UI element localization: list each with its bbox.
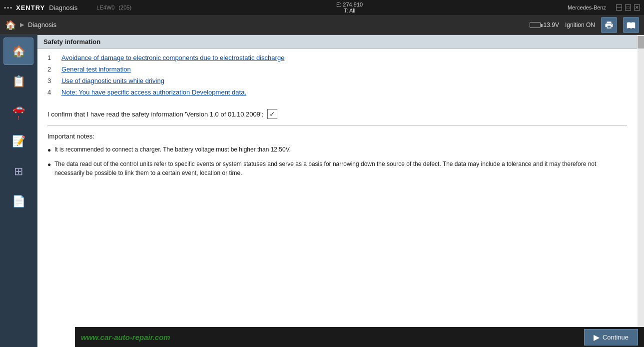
sidebar-item-grid[interactable]: ⊞: [3, 158, 33, 185]
home-sidebar-icon: 🏠: [12, 45, 25, 58]
important-text-2: The data read out of the control units r…: [54, 160, 627, 178]
link-num-2: 2: [47, 66, 56, 73]
continue-label: Continue: [603, 334, 629, 341]
help-button[interactable]: [623, 17, 639, 33]
home-icon[interactable]: 🏠: [5, 20, 16, 30]
maximize-button[interactable]: □: [625, 4, 631, 10]
checkbox-checkmark: ✓: [269, 110, 275, 118]
confirm-row: I confirm that I have read the safety in…: [37, 105, 637, 125]
vehicle-sidebar-icon: 🚗: [12, 102, 25, 114]
battery-icon: [530, 22, 541, 28]
safety-link-1[interactable]: Avoidance of damage to electronic compon…: [61, 54, 284, 62]
grid-sidebar-icon: ⊞: [14, 165, 23, 178]
code-extra: (205): [118, 4, 131, 10]
watermark: www.car-auto-repair.com: [81, 333, 170, 342]
safety-link-row-4: 4 Note: You have specific access authori…: [47, 88, 627, 96]
main-layout: 🏠 📋 🚗 ! 📝 ⊞ 📄 Safety information 1: [0, 35, 644, 347]
print-button[interactable]: [601, 17, 617, 33]
title-bar-right: Mercedes-Benz — □ ✕: [568, 4, 640, 10]
sidebar-item-vehicle[interactable]: 🚗 !: [3, 98, 33, 125]
continue-button[interactable]: ▶ Continue: [584, 329, 638, 346]
important-item-2: ● The data read out of the control units…: [47, 160, 627, 178]
e-value: E: 274.910: [336, 2, 363, 8]
minimize-button[interactable]: —: [616, 4, 622, 10]
title-bar-left: XENTRY Diagnosis LE4W0 (205): [4, 4, 131, 12]
sidebar-item-report[interactable]: 📄: [3, 188, 33, 215]
window-controls[interactable]: — □ ✕: [616, 4, 640, 10]
safety-links: 1 Avoidance of damage to electronic comp…: [37, 49, 637, 105]
confirm-text: I confirm that I have read the safety in…: [47, 110, 263, 118]
content-area: Safety information 1 Avoidance of damage…: [37, 35, 644, 347]
sidebar-item-home[interactable]: 🏠: [3, 38, 33, 65]
important-title: Important notes:: [47, 132, 627, 140]
link-num-3: 3: [47, 77, 56, 84]
battery-info: 13.9V: [530, 22, 559, 28]
safety-link-row-1: 1 Avoidance of damage to electronic comp…: [47, 54, 627, 62]
safety-link-3[interactable]: Use of diagnostic units while driving: [61, 77, 164, 84]
bullet-2: ●: [47, 160, 51, 178]
scrollbar-thumb[interactable]: [638, 36, 644, 48]
menu-icon[interactable]: [4, 7, 12, 8]
title-bar: XENTRY Diagnosis LE4W0 (205) E: 274.910 …: [0, 0, 644, 15]
sidebar: 🏠 📋 🚗 ! 📝 ⊞ 📄: [0, 35, 37, 347]
t-value: T: All: [344, 8, 355, 14]
link-num-1: 1: [47, 54, 56, 62]
continue-arrow-icon: ▶: [594, 332, 600, 342]
toolbar-right: 13.9V Ignition ON: [530, 17, 639, 33]
important-section: Important notes: ● It is recommended to …: [37, 126, 637, 190]
safety-link-4[interactable]: Note: You have specific access authoriza…: [61, 88, 246, 96]
xentry-logo: XENTRY: [16, 4, 45, 12]
sidebar-item-diagnosis[interactable]: 📋: [3, 68, 33, 95]
report-sidebar-icon: 📄: [12, 195, 25, 208]
ignition-status: Ignition ON: [565, 22, 595, 28]
breadcrumb-arrow: ▶: [20, 22, 24, 28]
battery-voltage: 13.9V: [544, 22, 559, 28]
toolbar-left: 🏠 ▶ Diagnosis: [5, 20, 56, 30]
title-bar-center: E: 274.910 T: All: [336, 2, 363, 14]
safety-header: Safety information: [37, 35, 637, 49]
safety-link-row-2: 2 General test information: [47, 66, 627, 73]
link-num-4: 4: [47, 88, 56, 96]
bullet-1: ●: [47, 146, 51, 154]
content-scroll[interactable]: Safety information 1 Avoidance of damage…: [37, 35, 644, 347]
toolbar: 🏠 ▶ Diagnosis 13.9V Ignition ON: [0, 15, 644, 35]
important-text-1: It is recommended to connect a charger. …: [54, 145, 291, 154]
safety-link-2[interactable]: General test information: [61, 66, 131, 73]
bottom-bar: www.car-auto-repair.com ▶ Continue: [75, 327, 644, 347]
important-item-1: ● It is recommended to connect a charger…: [47, 145, 627, 154]
breadcrumb-label: Diagnosis: [28, 21, 56, 28]
close-button[interactable]: ✕: [634, 4, 640, 10]
vehicle-code: LE4W0: [96, 4, 114, 10]
mb-brand: Mercedes-Benz: [568, 4, 606, 10]
sidebar-item-list[interactable]: 📝: [3, 128, 33, 155]
app-title: Diagnosis: [49, 4, 77, 12]
list-sidebar-icon: 📝: [12, 135, 25, 148]
diagnosis-sidebar-icon: 📋: [12, 75, 25, 88]
scrollbar-track[interactable]: [638, 35, 644, 327]
safety-link-row-3: 3 Use of diagnostic units while driving: [47, 77, 627, 84]
safety-confirm-checkbox[interactable]: ✓: [267, 109, 277, 119]
